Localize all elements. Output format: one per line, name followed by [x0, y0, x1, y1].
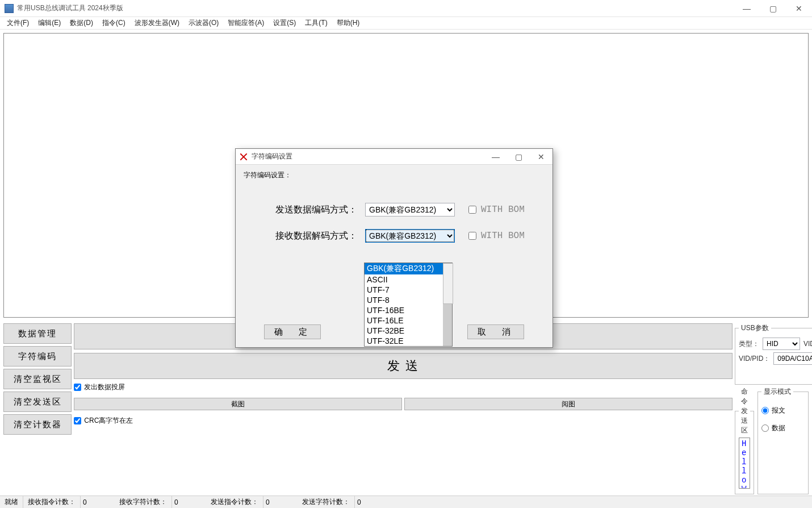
char-encoding-button[interactable]: 字符编码 — [3, 346, 72, 367]
app-icon — [5, 4, 14, 13]
display-data-radio[interactable]: 数据 — [761, 423, 785, 433]
usb-params-legend: USB参数 — [739, 323, 771, 333]
left-button-column: 数据管理 字符编码 清空监视区 清空发送区 清空计数器 — [3, 323, 72, 494]
window-title: 常用USB总线调试工具 2024秋季版 — [17, 3, 734, 13]
statusbar: 就绪 接收指令计数： 0 接收字符计数： 0 发送指令计数： 0 发送字符计数：… — [0, 495, 812, 508]
menubar: 文件(F) 编辑(E) 数据(D) 指令(C) 波形发生器(W) 示波器(O) … — [0, 17, 812, 30]
menu-settings[interactable]: 设置(S) — [269, 17, 300, 29]
send-encoding-select[interactable]: GBK(兼容GB2312) — [365, 203, 455, 216]
dropdown-option[interactable]: UTF-16LE — [365, 315, 452, 326]
decoding-dropdown-list: GBK(兼容GB2312) ASCII UTF-7 UTF-8 UTF-16BE… — [364, 263, 453, 347]
maximize-button[interactable]: ▢ — [760, 0, 786, 17]
dialog-close-button[interactable]: ✕ — [530, 149, 553, 165]
menu-scope[interactable]: 示波器(O) — [184, 17, 223, 29]
vid-label: VID： — [803, 339, 812, 349]
menu-smart[interactable]: 智能应答(A) — [223, 17, 269, 29]
dropdown-option[interactable]: UTF-16BE — [365, 305, 452, 315]
cast-check[interactable]: 发出数据投屏 — [74, 382, 733, 392]
dropdown-option[interactable]: UTF-7 — [365, 285, 452, 295]
menu-wavegen[interactable]: 波形发生器(W) — [130, 17, 184, 29]
send-encoding-label: 发送数据编码方式： — [266, 204, 357, 216]
send-area-legend: 命令发送区 — [739, 387, 750, 435]
dropdown-option[interactable]: UTF-8 — [365, 295, 452, 305]
recv-decoding-select[interactable]: GBK(兼容GB2312) — [365, 229, 455, 243]
send-bom-check[interactable]: WITH BOM — [468, 205, 525, 215]
dialog-title: 字符编码设置 — [252, 152, 484, 161]
recv-decoding-label: 接收数据解码方式： — [266, 230, 357, 242]
menu-tools[interactable]: 工具(T) — [300, 17, 332, 29]
window-controls: — ▢ ✕ — [734, 0, 812, 17]
dialog-icon — [239, 152, 248, 161]
dialog-ok-button[interactable]: 确 定 — [264, 324, 321, 339]
display-packet-radio[interactable]: 报文 — [761, 406, 785, 415]
clear-send-button[interactable]: 清空发送区 — [3, 392, 72, 412]
clear-monitor-button[interactable]: 清空监视区 — [3, 369, 72, 389]
send-button[interactable]: 发 送 — [74, 353, 733, 379]
status-rx-cmd-label: 接收指令计数： — [23, 496, 81, 508]
titlebar: 常用USB总线调试工具 2024秋季版 — ▢ ✕ — [0, 0, 812, 17]
type-label: 类型： — [739, 339, 759, 349]
send-area-group: 命令发送区 Hello World! — [735, 387, 754, 494]
display-mode-group: 显示模式 报文 数据 — [757, 387, 809, 494]
dialog-cancel-button[interactable]: 取 消 — [467, 324, 524, 339]
status-ready: 就绪 — [0, 496, 23, 508]
dropdown-option[interactable]: UTF-32LE — [365, 336, 452, 346]
screenshot-button[interactable]: 截图 — [74, 398, 402, 410]
status-tx-cmd-label: 发送指令计数： — [206, 496, 263, 508]
status-rx-char-value: 0 — [172, 498, 206, 506]
close-button[interactable]: ✕ — [786, 0, 812, 17]
data-manage-button[interactable]: 数据管理 — [3, 323, 72, 344]
dropdown-option[interactable]: UTF-32BE — [365, 326, 452, 336]
read-image-button[interactable]: 阅图 — [404, 398, 733, 410]
menu-help[interactable]: 帮助(H) — [332, 17, 365, 29]
status-tx-char-value: 0 — [355, 498, 389, 506]
dropdown-option[interactable]: ASCII — [365, 274, 452, 285]
dropdown-scrollbar[interactable] — [443, 263, 452, 346]
menu-data[interactable]: 数据(D) — [65, 17, 98, 29]
dialog-titlebar[interactable]: 字符编码设置 — ▢ ✕ — [236, 149, 553, 165]
clear-counter-button[interactable]: 清空计数器 — [3, 414, 72, 435]
type-select[interactable]: HID — [763, 338, 800, 350]
crc-high-check[interactable]: CRC高字节在左 — [74, 416, 733, 426]
minimize-button[interactable]: — — [734, 0, 760, 17]
display-mode-legend: 显示模式 — [761, 387, 793, 397]
dialog-maximize-button[interactable]: ▢ — [507, 149, 530, 165]
dialog-minimize-button[interactable]: — — [484, 149, 507, 165]
send-textarea[interactable]: Hello World! — [739, 438, 750, 489]
menu-file[interactable]: 文件(F) — [2, 17, 34, 29]
dialog-caption: 字符编码设置： — [244, 170, 545, 180]
vidpid-label: VID/PID： — [739, 354, 770, 364]
status-tx-char-label: 发送字符计数： — [298, 496, 355, 508]
status-rx-cmd-value: 0 — [81, 498, 115, 506]
menu-edit[interactable]: 编辑(E) — [34, 17, 65, 29]
status-tx-cmd-value: 0 — [263, 498, 298, 506]
vidpid-select[interactable]: 09DA/C10A:USB Mouse — [773, 352, 812, 365]
usb-params-group: USB参数 类型： HID VID： PID： VIN： VID/PID： 09… — [735, 323, 812, 385]
dropdown-option[interactable]: GBK(兼容GB2312) — [365, 263, 452, 274]
recv-bom-check[interactable]: WITH BOM — [468, 231, 525, 241]
menu-command[interactable]: 指令(C) — [98, 17, 130, 29]
status-rx-char-label: 接收字符计数： — [115, 496, 172, 508]
